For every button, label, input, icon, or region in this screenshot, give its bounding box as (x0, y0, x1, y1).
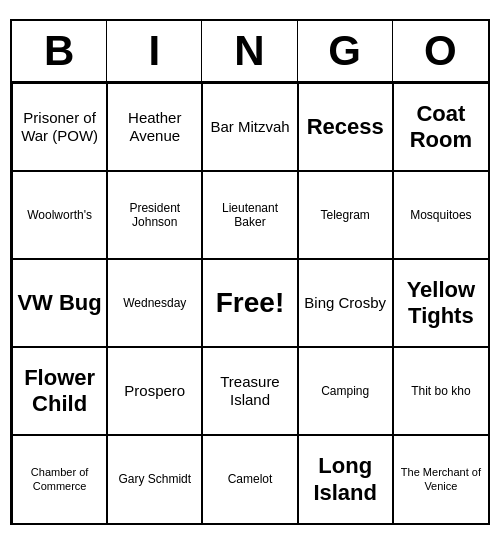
cell-r2-c3: Bing Crosby (298, 259, 393, 347)
cell-text: VW Bug (17, 290, 101, 316)
cell-text: The Merchant of Venice (398, 466, 484, 492)
cell-r0-c1: Heather Avenue (107, 83, 202, 171)
cell-text: Flower Child (17, 365, 102, 418)
cell-r1-c0: Woolworth's (12, 171, 107, 259)
cell-text: Lieutenant Baker (207, 201, 292, 230)
cell-text: Camping (321, 384, 369, 398)
cell-r0-c3: Recess (298, 83, 393, 171)
cell-r1-c4: Mosquitoes (393, 171, 488, 259)
cell-text: Woolworth's (27, 208, 92, 222)
header-letter: G (298, 21, 393, 81)
header-letter: N (202, 21, 297, 81)
cell-text: Thit bo kho (411, 384, 470, 398)
cell-r0-c2: Bar Mitzvah (202, 83, 297, 171)
cell-text: Free! (216, 286, 284, 320)
cell-r0-c4: Coat Room (393, 83, 488, 171)
cell-text: President Johnson (112, 201, 197, 230)
bingo-card: BINGO Prisoner of War (POW)Heather Avenu… (10, 19, 490, 525)
cell-text: Bing Crosby (304, 294, 386, 312)
cell-text: Coat Room (398, 101, 484, 154)
cell-r3-c0: Flower Child (12, 347, 107, 435)
cell-r4-c3: Long Island (298, 435, 393, 523)
cell-r4-c0: Chamber of Commerce (12, 435, 107, 523)
cell-r1-c3: Telegram (298, 171, 393, 259)
cell-r4-c2: Camelot (202, 435, 297, 523)
cell-r3-c2: Treasure Island (202, 347, 297, 435)
cell-r2-c0: VW Bug (12, 259, 107, 347)
cell-text: Prospero (124, 382, 185, 400)
header-letter: B (12, 21, 107, 81)
header-letter: I (107, 21, 202, 81)
cell-r3-c1: Prospero (107, 347, 202, 435)
cell-text: Long Island (303, 453, 388, 506)
cell-text: Prisoner of War (POW) (17, 109, 102, 145)
cell-text: Gary Schmidt (118, 472, 191, 486)
cell-r2-c1: Wednesday (107, 259, 202, 347)
cell-text: Treasure Island (207, 373, 292, 409)
cell-text: Mosquitoes (410, 208, 471, 222)
bingo-grid: Prisoner of War (POW)Heather AvenueBar M… (12, 83, 488, 523)
cell-r4-c4: The Merchant of Venice (393, 435, 488, 523)
cell-r3-c4: Thit bo kho (393, 347, 488, 435)
cell-text: Heather Avenue (112, 109, 197, 145)
cell-r1-c1: President Johnson (107, 171, 202, 259)
cell-text: Yellow Tights (398, 277, 484, 330)
bingo-header: BINGO (12, 21, 488, 83)
cell-text: Telegram (321, 208, 370, 222)
cell-r0-c0: Prisoner of War (POW) (12, 83, 107, 171)
cell-r2-c4: Yellow Tights (393, 259, 488, 347)
header-letter: O (393, 21, 488, 81)
cell-text: Camelot (228, 472, 273, 486)
cell-r3-c3: Camping (298, 347, 393, 435)
cell-r2-c2: Free! (202, 259, 297, 347)
cell-text: Recess (307, 114, 384, 140)
cell-r4-c1: Gary Schmidt (107, 435, 202, 523)
cell-text: Bar Mitzvah (210, 118, 289, 136)
cell-text: Chamber of Commerce (17, 466, 102, 492)
cell-text: Wednesday (123, 296, 186, 310)
cell-r1-c2: Lieutenant Baker (202, 171, 297, 259)
